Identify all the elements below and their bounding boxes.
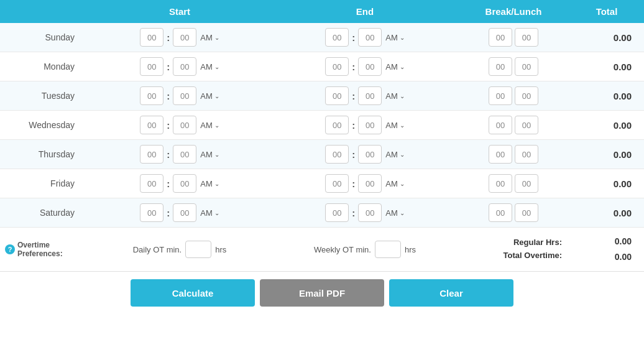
ot-daily-group: Daily OT min. hrs (87, 241, 272, 258)
weekly-ot-unit: hrs (405, 245, 416, 254)
end-minute-input[interactable] (358, 174, 382, 193)
table-row: Thursday : AM ⌄ : AM ⌄ (0, 140, 644, 169)
start-ampm-wrapper: AM ⌄ (199, 33, 219, 42)
start-minute-input[interactable] (173, 174, 196, 193)
end-ampm-label: AM (385, 62, 398, 72)
end-hour-input[interactable] (325, 174, 349, 193)
start-minute-input[interactable] (173, 203, 196, 222)
break-hour-input[interactable] (489, 116, 512, 134)
break-minute-input[interactable] (515, 116, 538, 134)
start-ampm-wrapper: AM ⌄ (199, 62, 219, 72)
end-hour-input[interactable] (325, 86, 349, 105)
break-hour-input[interactable] (489, 145, 512, 164)
end-hour-input[interactable] (325, 28, 349, 47)
end-ampm-chevron[interactable]: ⌄ (400, 180, 405, 187)
start-hour-input[interactable] (140, 86, 163, 105)
break-hour-input[interactable] (489, 57, 512, 76)
end-minute-input[interactable] (358, 28, 382, 47)
break-minute-input[interactable] (515, 145, 538, 164)
end-ampm-chevron[interactable]: ⌄ (400, 122, 405, 129)
time-separator: : (167, 120, 170, 131)
ot-preferences-row: ? Overtime Preferences: Daily OT min. hr… (0, 228, 644, 271)
day-total: 0.00 (569, 120, 644, 131)
start-minute-input[interactable] (173, 116, 196, 134)
end-ampm-chevron[interactable]: ⌄ (400, 63, 405, 70)
start-ampm-chevron[interactable]: ⌄ (214, 180, 219, 187)
start-ampm-chevron[interactable]: ⌄ (214, 210, 219, 216)
break-hour-input[interactable] (489, 174, 512, 193)
calculate-button[interactable]: Calculate (131, 279, 255, 307)
start-ampm-chevron[interactable]: ⌄ (214, 122, 219, 129)
start-minute-input[interactable] (173, 28, 196, 47)
time-separator: : (352, 32, 355, 43)
total-ot-label: Total Overtime: (458, 249, 562, 262)
day-label: Thursday (0, 149, 87, 159)
day-label: Monday (0, 62, 87, 72)
end-ampm-wrapper: AM ⌄ (384, 121, 405, 130)
end-ampm-chevron[interactable]: ⌄ (400, 151, 405, 158)
start-hour-input[interactable] (140, 174, 163, 193)
break-minute-input[interactable] (515, 86, 538, 105)
end-time-group: : AM ⌄ (272, 116, 458, 134)
break-group (458, 57, 569, 76)
clear-button[interactable]: Clear (389, 279, 513, 307)
end-hour-input[interactable] (325, 57, 349, 76)
end-minute-input[interactable] (358, 116, 382, 134)
break-group (458, 86, 569, 105)
break-group (458, 174, 569, 193)
end-minute-input[interactable] (358, 203, 382, 222)
end-time-group: : AM ⌄ (272, 57, 458, 76)
end-minute-input[interactable] (358, 145, 382, 164)
start-ampm-label: AM (200, 91, 213, 101)
start-ampm-chevron[interactable]: ⌄ (214, 151, 219, 158)
table-row: Tuesday : AM ⌄ : AM ⌄ (0, 81, 644, 111)
start-ampm-chevron[interactable]: ⌄ (214, 93, 219, 99)
ot-summary: Regular Hrs: Total Overtime: (458, 236, 569, 262)
start-minute-input[interactable] (173, 145, 196, 164)
end-minute-input[interactable] (358, 86, 382, 105)
end-ampm-wrapper: AM ⌄ (384, 208, 405, 218)
end-hour-input[interactable] (325, 145, 349, 164)
end-ampm-wrapper: AM ⌄ (384, 91, 405, 101)
day-label: Tuesday (0, 91, 87, 101)
end-time-group: : AM ⌄ (272, 145, 458, 164)
table-row: Monday : AM ⌄ : AM ⌄ (0, 52, 644, 81)
daily-ot-input[interactable] (185, 241, 211, 258)
break-hour-input[interactable] (489, 28, 512, 47)
start-ampm-chevron[interactable]: ⌄ (214, 34, 219, 41)
end-hour-input[interactable] (325, 116, 349, 134)
start-hour-input[interactable] (140, 203, 163, 222)
header-total: Total (569, 6, 644, 17)
help-icon[interactable]: ? (5, 244, 15, 254)
start-minute-input[interactable] (173, 57, 196, 76)
break-minute-input[interactable] (515, 57, 538, 76)
end-ampm-label: AM (385, 33, 398, 42)
start-ampm-chevron[interactable]: ⌄ (214, 63, 219, 70)
start-time-group: : AM ⌄ (87, 145, 272, 164)
break-minute-input[interactable] (515, 203, 538, 222)
time-separator: : (167, 91, 170, 101)
start-ampm-wrapper: AM ⌄ (199, 121, 219, 130)
weekly-ot-input[interactable] (375, 241, 401, 258)
start-hour-input[interactable] (140, 116, 163, 134)
end-minute-input[interactable] (358, 57, 382, 76)
start-hour-input[interactable] (140, 145, 163, 164)
day-label: Sunday (0, 32, 87, 42)
end-ampm-label: AM (385, 179, 398, 188)
end-ampm-chevron[interactable]: ⌄ (400, 210, 405, 216)
break-hour-input[interactable] (489, 86, 512, 105)
end-ampm-chevron[interactable]: ⌄ (400, 93, 405, 99)
end-ampm-wrapper: AM ⌄ (384, 150, 405, 159)
break-minute-input[interactable] (515, 28, 538, 47)
break-minute-input[interactable] (515, 174, 538, 193)
end-hour-input[interactable] (325, 203, 349, 222)
start-hour-input[interactable] (140, 28, 163, 47)
start-minute-input[interactable] (173, 86, 196, 105)
start-hour-input[interactable] (140, 57, 163, 76)
end-ampm-chevron[interactable]: ⌄ (400, 34, 405, 41)
end-ampm-wrapper: AM ⌄ (384, 33, 405, 42)
email-pdf-button[interactable]: Email PDF (260, 279, 384, 307)
ot-weekly-group: Weekly OT min. hrs (272, 241, 458, 258)
break-hour-input[interactable] (489, 203, 512, 222)
start-ampm-label: AM (200, 150, 213, 159)
